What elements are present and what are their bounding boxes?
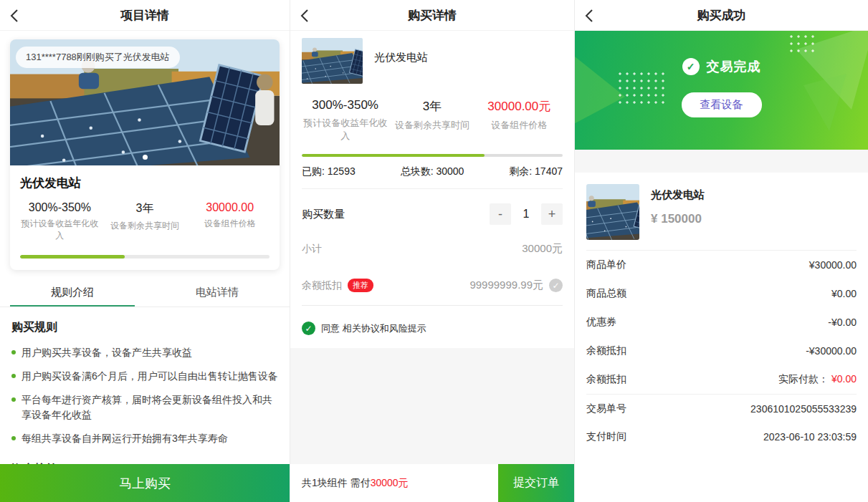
project-detail-header: 项目详情 xyxy=(0,0,290,31)
stat-duration: 3年 设备剩余共享时间 xyxy=(388,98,475,143)
product-total-price: ¥ 150000 xyxy=(651,212,705,226)
decor-triangle xyxy=(803,74,846,131)
product-thumbnail xyxy=(302,38,363,84)
detail-tabs: 规则介绍 电站详情 xyxy=(0,277,290,307)
subtotal-label: 小计 xyxy=(302,243,322,256)
quantity-value: 1 xyxy=(511,208,541,221)
product-thumbnail xyxy=(586,184,639,240)
rules-section: 购买规则 用户购买共享设备，设备产生共享收益 用户购买设备满6个月后，用户可以自… xyxy=(0,307,290,477)
order-summary: 共1块组件 需付30000元 xyxy=(290,477,498,490)
product-row: 光伏发电站 xyxy=(302,35,563,90)
order-row-transaction-id: 交易单号 2306101025055533239 xyxy=(586,394,857,423)
product-name: 光伏发电站 xyxy=(374,51,428,64)
balance-label: 余额抵扣 xyxy=(302,279,342,292)
purchase-success-header: 购买成功 xyxy=(575,0,868,31)
purchase-toast: 131****7788刚刚购买了光伏发电站 xyxy=(16,47,180,68)
product-card: 光伏发电站 ¥ 150000 xyxy=(586,173,857,251)
rule-item: 用户购买设备满6个月后，用户可以自由出售转让抛售设备 xyxy=(11,369,278,384)
bullet-dot xyxy=(11,436,16,440)
minus-button[interactable]: - xyxy=(490,203,511,225)
count-remaining: 剩余: 17407 xyxy=(509,165,563,178)
sold-progress-fill xyxy=(20,255,125,259)
agreement-link[interactable]: 相关协议和风险提示 xyxy=(343,323,426,334)
submit-order-button[interactable]: 提交订单 xyxy=(498,464,574,502)
project-image[interactable]: 131****7788刚刚购买了光伏发电站 xyxy=(10,39,280,165)
transaction-status: ✓ 交易完成 xyxy=(575,58,868,75)
order-row-total: 商品总额 ¥0.00 xyxy=(586,279,857,308)
stat-price: 30000.00 设备组件价格 xyxy=(187,201,272,242)
project-detail-screen: 项目详情 131****7788刚刚购买了光伏发电站 光伏发电站 300%-35… xyxy=(0,0,290,502)
agreement-row: ✓ 同意 相关协议和风险提示 xyxy=(302,306,563,348)
purchase-footer-bar: 共1块组件 需付30000元 提交订单 xyxy=(290,464,574,502)
count-purchased: 已购: 12593 xyxy=(302,165,356,178)
pay-amount: 30000元 xyxy=(371,477,409,488)
back-button[interactable] xyxy=(10,8,26,24)
rule-item: 平台每年进行资产核算，届时将会更新设备组件投入和共享设备年化收益 xyxy=(11,392,278,423)
background-filler xyxy=(290,348,574,464)
sold-counts-row: 已购: 12593 总块数: 30000 剩余: 17407 xyxy=(302,157,563,189)
rules-title: 购买规则 xyxy=(11,320,278,335)
order-row-payment-time: 支付时间 2023-06-10 23:03:59 xyxy=(586,423,857,451)
stat-yield: 300%-350% 预计设备收益年化收入 xyxy=(302,98,388,143)
order-row-balance-deduct: 余额抵扣 -¥30000.00 xyxy=(586,337,857,365)
purchase-success-screen: 购买成功 ✓ 交易完成 查看设备 光伏发电站 ¥ 150000 商品单价 ¥30… xyxy=(574,0,868,502)
back-button[interactable] xyxy=(585,8,601,24)
buy-now-button[interactable]: 马上购买 xyxy=(0,464,290,502)
page-title: 购买成功 xyxy=(697,7,746,24)
active-tab-underline xyxy=(10,305,135,306)
decor-dots xyxy=(616,70,665,105)
bullet-dot xyxy=(11,397,16,402)
project-card: 131****7788刚刚购买了光伏发电站 光伏发电站 300%-350% 预计… xyxy=(10,39,280,270)
page-title: 项目详情 xyxy=(120,7,169,24)
product-stats: 300%-350% 预计设备收益年化收入 3年 设备剩余共享时间 30000.0… xyxy=(10,194,280,245)
purchase-detail-screen: 购买详情 光伏发电站 300%-350% 预计设备收益年化收入 3年 设备剩余共… xyxy=(290,0,574,502)
rule-item: 用户购买共享设备，设备产生共享收益 xyxy=(11,345,278,360)
order-detail-body: 光伏发电站 ¥ 150000 商品单价 ¥30000.00 商品总额 ¥0.00… xyxy=(575,173,868,451)
tab-rules[interactable]: 规则介绍 xyxy=(0,277,145,306)
recommend-badge: 推荐 xyxy=(348,279,373,292)
agree-prefix: 同意 xyxy=(321,323,340,334)
quantity-row: 购买数量 - 1 + xyxy=(302,189,563,231)
stat-duration: 3年 设备剩余共享时间 xyxy=(102,201,188,242)
rule-item: 每组共享设备自并网运行开始拥有3年共享寿命 xyxy=(11,431,278,446)
product-name: 光伏发电站 xyxy=(651,188,705,202)
quantity-stepper: - 1 + xyxy=(490,203,563,225)
purchase-detail-header: 购买详情 xyxy=(290,0,574,31)
quantity-label: 购买数量 xyxy=(302,208,345,221)
stat-price: 30000.00元 设备组件价格 xyxy=(476,98,563,143)
balance-value: 99999999.99元 xyxy=(469,279,543,292)
section-gap xyxy=(575,150,868,173)
carousel-dot xyxy=(143,155,148,160)
success-banner: ✓ 交易完成 查看设备 xyxy=(575,31,868,150)
actual-payment-label: 实际付款： xyxy=(778,373,829,385)
view-device-button[interactable]: 查看设备 xyxy=(682,92,762,117)
product-stats: 300%-350% 预计设备收益年化收入 3年 设备剩余共享时间 30000.0… xyxy=(302,90,563,143)
balance-deduct-row: 余额抵扣 推荐 99999999.99元 ✓ xyxy=(302,267,563,304)
order-row-unit-price: 商品单价 ¥30000.00 xyxy=(586,251,857,279)
order-row-coupon: 优惠券 -¥0.00 xyxy=(586,308,857,337)
status-text: 交易完成 xyxy=(707,58,761,75)
bullet-dot xyxy=(11,374,16,378)
plus-button[interactable]: + xyxy=(541,203,563,225)
decor-dots xyxy=(788,33,816,54)
product-title: 光伏发电站 xyxy=(10,165,280,194)
page-title: 购买详情 xyxy=(408,7,457,24)
back-button[interactable] xyxy=(300,8,316,24)
order-row-actual-payment: 余额抵扣 实际付款： ¥0.00 xyxy=(586,365,857,394)
balance-check-icon[interactable]: ✓ xyxy=(549,279,563,292)
bullet-dot xyxy=(11,350,16,354)
subtotal-value: 30000元 xyxy=(522,242,563,256)
actual-payment-amount: ¥0.00 xyxy=(831,373,857,385)
count-total: 总块数: 30000 xyxy=(401,165,464,178)
success-check-icon: ✓ xyxy=(682,58,700,75)
subtotal-row: 小计 30000元 xyxy=(302,231,563,267)
sold-progress-bar xyxy=(20,255,270,259)
purchase-body: 光伏发电站 300%-350% 预计设备收益年化收入 3年 设备剩余共享时间 3… xyxy=(290,31,574,348)
tab-station-detail[interactable]: 电站详情 xyxy=(145,277,290,306)
agreement-check-icon[interactable]: ✓ xyxy=(302,322,315,335)
stat-yield: 300%-350% 预计设备收益年化收入 xyxy=(17,201,102,242)
